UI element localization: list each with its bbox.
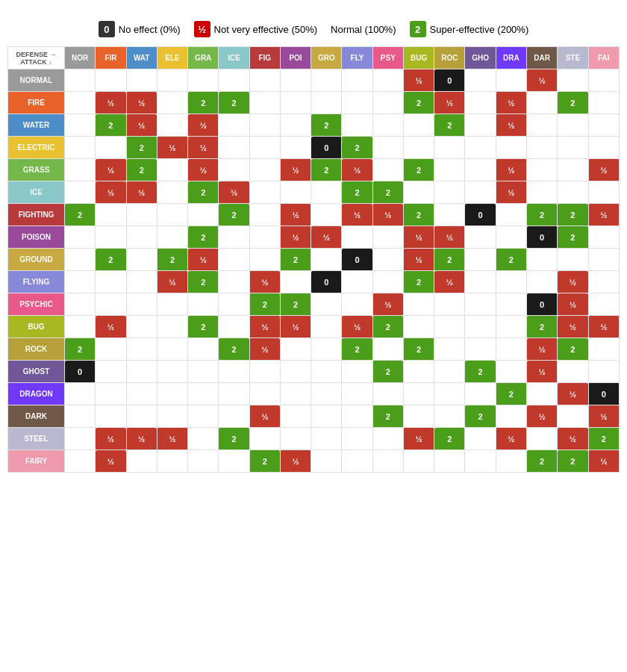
cell: 2: [188, 92, 219, 114]
row-header-poison: POISON: [8, 226, 65, 249]
cell: [65, 137, 96, 159]
cell: [65, 271, 96, 293]
cell: [280, 428, 311, 450]
col-header-bug: BUG: [403, 47, 434, 69]
cell: [249, 114, 280, 137]
cell: [527, 271, 558, 293]
cell: [465, 159, 496, 181]
cell: ½: [434, 271, 465, 293]
cell: [311, 338, 342, 361]
cell: [558, 181, 588, 204]
cell: [527, 249, 558, 271]
cell: [342, 383, 372, 405]
cell: [434, 405, 465, 428]
legend-item-super: 2 Super-effective (200%): [410, 21, 529, 37]
cell: [311, 181, 342, 204]
cell: [527, 159, 558, 181]
cell: 0: [311, 137, 342, 159]
cell: [465, 450, 496, 473]
row-header-rock: ROCK: [8, 338, 65, 361]
cell: 2: [280, 293, 311, 316]
cell: [126, 204, 157, 226]
cell: 2: [96, 114, 126, 137]
cell: [96, 361, 126, 383]
cell: [157, 69, 187, 92]
cell: [465, 92, 496, 114]
cell: [558, 159, 588, 181]
cell: [342, 92, 372, 114]
cell: 2: [527, 450, 558, 473]
cell: [558, 249, 588, 271]
cell: ½: [280, 159, 311, 181]
legend-badge-half: ½: [194, 21, 210, 37]
cell: [249, 137, 280, 159]
cell: 2: [342, 137, 372, 159]
cell: 2: [219, 338, 249, 361]
cell: 2: [280, 249, 311, 271]
type-chart: DEFENSE → ATTACK ↓NORFIRWATELEGRAICEFIGP…: [7, 46, 620, 473]
legend-badge-super: 2: [410, 21, 426, 37]
cell: ½: [588, 405, 619, 428]
cell: 2: [157, 249, 187, 271]
cell: [96, 137, 126, 159]
cell: ½: [311, 226, 342, 249]
cell: [249, 69, 280, 92]
cell: [157, 293, 187, 316]
cell: [465, 226, 496, 249]
cell: [188, 405, 219, 428]
cell: 0: [311, 271, 342, 293]
cell: [496, 271, 526, 293]
cell: [372, 428, 403, 450]
cell: [157, 226, 187, 249]
cell: [311, 383, 342, 405]
cell: 2: [219, 204, 249, 226]
cell: ½: [96, 316, 126, 338]
cell: [496, 361, 526, 383]
cell: ½: [403, 226, 434, 249]
table-row: DRAGON2½0: [8, 383, 620, 405]
cell: [96, 383, 126, 405]
cell: [434, 181, 465, 204]
table-row: NORMAL½0½: [8, 69, 620, 92]
cell: [465, 383, 496, 405]
cell: [372, 249, 403, 271]
cell: [527, 383, 558, 405]
corner-cell: DEFENSE → ATTACK ↓: [8, 47, 65, 69]
row-header-ground: GROUND: [8, 249, 65, 271]
cell: [126, 383, 157, 405]
col-header-ice: ICE: [219, 47, 249, 69]
cell: ½: [280, 316, 311, 338]
cell: [527, 428, 558, 450]
cell: [465, 271, 496, 293]
cell: [465, 338, 496, 361]
cell: [372, 226, 403, 249]
cell: [372, 137, 403, 159]
cell: 2: [403, 338, 434, 361]
cell: [403, 361, 434, 383]
cell: 2: [342, 181, 372, 204]
cell: ½: [280, 450, 311, 473]
cell: 2: [434, 428, 465, 450]
cell: 2: [372, 181, 403, 204]
cell: [465, 293, 496, 316]
cell: [558, 114, 588, 137]
cell: [280, 405, 311, 428]
cell: ½: [527, 338, 558, 361]
col-header-wat: WAT: [126, 47, 157, 69]
col-header-gro: GRO: [311, 47, 342, 69]
cell: [527, 92, 558, 114]
cell: 0: [527, 226, 558, 249]
cell: ½: [249, 338, 280, 361]
cell: ½: [403, 428, 434, 450]
col-header-fig: FIG: [249, 47, 280, 69]
cell: [96, 204, 126, 226]
cell: 2: [188, 316, 219, 338]
cell: [496, 450, 526, 473]
cell: [280, 361, 311, 383]
cell: 2: [188, 271, 219, 293]
cell: [219, 383, 249, 405]
cell: [434, 316, 465, 338]
cell: 0: [65, 361, 96, 383]
cell: 2: [65, 338, 96, 361]
cell: [157, 405, 187, 428]
